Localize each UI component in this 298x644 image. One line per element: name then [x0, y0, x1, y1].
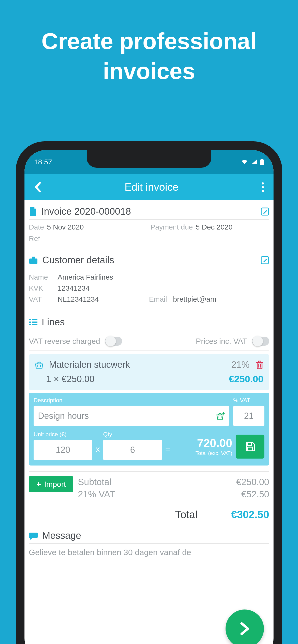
back-button[interactable] — [32, 180, 44, 195]
document-icon — [29, 207, 37, 216]
unit-price-label: Unit price (€) — [34, 431, 92, 440]
line-edit-total-hint: Total (exc. VAT) — [174, 450, 232, 456]
line-item-title: Materialen stucwerk — [49, 360, 130, 370]
subtotal-value: €250.00 — [236, 477, 269, 487]
svg-rect-7 — [32, 319, 37, 320]
lines-section: Lines VAT reverse charged Prices inc. VA… — [29, 305, 269, 520]
vat-reverse-toggle[interactable] — [105, 336, 122, 346]
ref-label: Ref — [29, 234, 40, 243]
qty-label: Qty — [103, 431, 162, 440]
import-label: Import — [44, 480, 66, 489]
prices-inc-label: Prices inc. VAT — [196, 337, 247, 346]
svg-rect-6 — [29, 319, 31, 320]
name-value: America Fairlines — [58, 273, 113, 281]
svg-rect-17 — [258, 361, 261, 362]
header-title: Edit invoice — [124, 181, 179, 193]
svg-rect-15 — [257, 363, 262, 369]
line-item-vat: 21% — [231, 360, 249, 370]
svg-rect-1 — [260, 160, 264, 165]
svg-rect-11 — [32, 324, 37, 325]
subtotal-label: Subtotal — [78, 477, 111, 487]
email-label: Email — [149, 295, 173, 303]
date-label: Date — [29, 223, 44, 231]
qty-input[interactable] — [103, 440, 162, 460]
multiply-symbol: x — [96, 438, 100, 454]
desc-label: Description — [34, 397, 229, 406]
svg-rect-3 — [29, 258, 37, 264]
message-icon — [29, 532, 38, 540]
grand-total-value: €302.50 — [231, 509, 269, 520]
grand-total-label: Total — [175, 509, 198, 520]
customer-section-title: Customer details — [42, 255, 114, 266]
unit-price-input[interactable] — [34, 440, 92, 460]
email-value: brettpiet@am — [173, 295, 216, 303]
line-item-qty-price: 1 × €250.00 — [35, 374, 95, 384]
basket-icon — [35, 361, 44, 369]
vat-value: NL12341234 — [58, 295, 99, 303]
svg-rect-26 — [248, 447, 252, 451]
svg-rect-0 — [261, 159, 263, 160]
message-section: Message Gelieve te betalen binnen 30 dag… — [29, 520, 269, 558]
next-fab[interactable] — [226, 610, 264, 644]
phone-frame: 18:57 Edit invoice — [16, 141, 282, 644]
line-item-card[interactable]: Materialen stucwerk 21% 1 × €250.00 €250… — [29, 354, 269, 390]
vat-pct-input[interactable] — [233, 406, 264, 426]
prices-inc-toggle[interactable] — [252, 336, 269, 346]
due-value: 5 Dec 2020 — [196, 223, 232, 231]
svg-rect-8 — [29, 322, 31, 323]
due-label: Payment due — [151, 223, 193, 231]
summary-vat-label: 21% VAT — [78, 489, 115, 500]
briefcase-icon — [29, 256, 38, 264]
list-icon — [29, 319, 37, 326]
message-body: Gelieve te betalen binnen 30 dagen vanaf… — [29, 544, 269, 558]
invoice-title: Invoice 2020-000018 — [41, 206, 131, 217]
line-edit-total: 720.00 — [174, 436, 232, 450]
svg-rect-25 — [248, 442, 251, 445]
equals-symbol: = — [165, 438, 170, 454]
add-from-catalog-button[interactable] — [215, 412, 226, 420]
delete-line-button[interactable] — [256, 360, 263, 369]
status-time: 18:57 — [34, 158, 52, 166]
name-label: Name — [29, 273, 58, 281]
lines-section-title: Lines — [42, 317, 65, 328]
vat-pct-label: % VAT — [233, 397, 264, 406]
kvk-label: KVK — [29, 284, 58, 292]
wifi-icon — [241, 159, 248, 165]
battery-icon — [260, 159, 264, 165]
hero-title: Create professional invoices — [0, 0, 298, 100]
app-header: Edit invoice — [25, 174, 273, 200]
vat-reverse-label: VAT reverse charged — [29, 337, 100, 346]
edit-invoice-button[interactable] — [261, 207, 269, 216]
save-line-button[interactable] — [236, 434, 264, 458]
signal-icon — [251, 159, 257, 165]
svg-rect-9 — [32, 322, 37, 323]
summary-vat-value: €52.50 — [241, 489, 269, 500]
customer-section: Customer details Name America Fairlines … — [29, 243, 269, 305]
message-section-title: Message — [42, 530, 81, 541]
invoice-section: Invoice 2020-000018 Date 5 Nov 2020 Paym… — [29, 200, 269, 243]
line-item-total: €250.00 — [229, 374, 263, 384]
date-value: 5 Nov 2020 — [47, 223, 83, 231]
svg-rect-10 — [29, 324, 31, 325]
notch — [87, 150, 211, 168]
kvk-value: 12341234 — [58, 284, 89, 292]
edit-customer-button[interactable] — [261, 256, 269, 264]
line-edit-panel: Description % VAT — [29, 393, 269, 466]
import-button[interactable]: Import — [29, 476, 73, 492]
description-input[interactable] — [34, 406, 229, 426]
svg-rect-4 — [32, 256, 35, 258]
vat-label: VAT — [29, 295, 58, 303]
kebab-menu-button[interactable] — [259, 180, 266, 194]
